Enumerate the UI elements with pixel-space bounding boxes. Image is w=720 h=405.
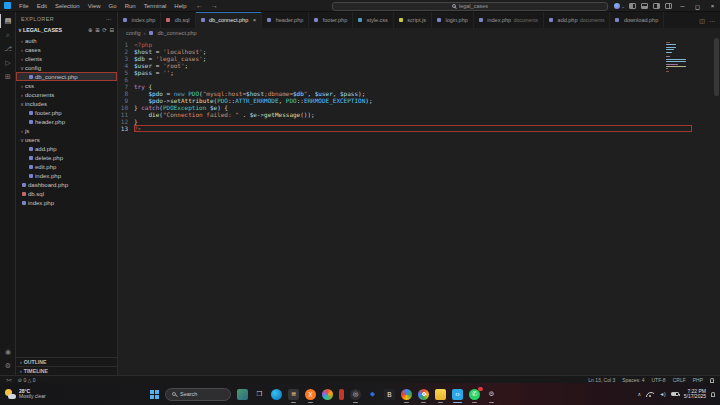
tree-folder-css[interactable]: ›css [16, 81, 117, 90]
taskbar-widgets-sports-icon[interactable] [237, 389, 248, 400]
extensions-icon[interactable]: ⊞ [0, 70, 15, 84]
code-line-2[interactable]: 2$host = 'localhost'; [118, 48, 692, 55]
explorer-icon[interactable]: ▤ [0, 14, 15, 28]
explorer-more-actions-icon[interactable]: ⋯ [106, 16, 112, 22]
code-line-8[interactable]: 8 $pdo = new PDO("mysql:host=$host;dbnam… [118, 90, 692, 97]
customize-layout-icon[interactable] [665, 3, 672, 9]
command-center-search[interactable]: legal_cases [332, 2, 608, 11]
menu-go[interactable]: Go [105, 3, 121, 9]
tray-chevron-icon[interactable]: ∧ [637, 391, 641, 397]
breadcrumb[interactable]: config › db_connect.php [118, 28, 720, 38]
taskbar-obs-studio-icon[interactable]: ◎ [350, 389, 361, 400]
tree-file-dashboard-php[interactable]: dashboard.php [16, 180, 117, 189]
menu-selection[interactable]: Selection [51, 3, 84, 9]
search-icon[interactable]: ⌕ [0, 28, 15, 42]
scrollbar-thumb[interactable] [714, 38, 719, 96]
menu-edit[interactable]: Edit [33, 3, 51, 9]
split-editor-icon[interactable]: ◫ [699, 17, 705, 24]
tab-db-sql[interactable]: db.sql [161, 12, 195, 28]
new-folder-icon[interactable]: ⊞ [95, 27, 100, 33]
tab-index-php[interactable]: index.phpdocuments [474, 12, 544, 28]
code-editor[interactable]: 1<?php2$host = 'localhost';3$db = 'legal… [118, 38, 720, 375]
start-button[interactable] [150, 390, 159, 399]
tree-folder-clients[interactable]: ›clients [16, 54, 117, 63]
code-line-7[interactable]: 7try { [118, 83, 692, 90]
tree-folder-auth[interactable]: ›auth [16, 36, 117, 45]
code-line-9[interactable]: 9 $pdo->setAttribute(PDO::ATTR_ERRMODE, … [118, 97, 692, 104]
tree-folder-users[interactable]: ∨users [16, 135, 117, 144]
code-line-11[interactable]: 11 die("Connection failed: " . $e->getMe… [118, 111, 692, 118]
close-button[interactable]: × [705, 0, 720, 12]
status-php[interactable]: PHP [693, 377, 703, 383]
breadcrumb-file[interactable]: db_connect.php [158, 30, 197, 36]
status-spaces[interactable]: Spaces: 4 [622, 377, 644, 383]
menu-view[interactable]: View [84, 3, 105, 9]
taskbar-google-app-icon[interactable] [401, 389, 412, 400]
taskbar-whatsapp-icon[interactable]: ✆ [469, 389, 480, 400]
battery-icon[interactable] [671, 392, 679, 397]
remote-indicator[interactable]: >< [6, 377, 12, 383]
menu-terminal[interactable]: Terminal [140, 3, 171, 9]
account-icon[interactable]: ◉ [0, 345, 15, 359]
tab-login-php[interactable]: login.php [432, 12, 474, 28]
new-file-icon[interactable]: ⊕ [88, 27, 93, 33]
code-line-13[interactable]: 13?> [118, 125, 692, 132]
taskbar-chrome-icon[interactable] [418, 389, 429, 400]
code-line-10[interactable]: 10} catch(PDOException $e) { [118, 104, 692, 111]
tab-style-css[interactable]: style.css [353, 12, 394, 28]
close-icon[interactable]: × [253, 17, 257, 23]
tree-file-header-php[interactable]: header.php [16, 117, 117, 126]
tree-folder-cases[interactable]: ›cases [16, 45, 117, 54]
menu-run[interactable]: Run [121, 3, 140, 9]
settings-icon[interactable]: ⚙ [0, 359, 15, 373]
menu-file[interactable]: File [15, 3, 33, 9]
taskbar-edge-browser-icon[interactable] [271, 389, 282, 400]
code-line-12[interactable]: 12} [118, 118, 692, 125]
copilot-menu[interactable]: ⌄ [614, 3, 625, 9]
code-line-5[interactable]: 5$pass = ''; [118, 69, 692, 76]
tab-add-php[interactable]: add.phpdocuments [544, 12, 610, 28]
tab-script-js[interactable]: script.js [394, 12, 432, 28]
toggle-panel-icon[interactable] [641, 3, 648, 9]
section-outline[interactable]: ›OUTLINE [16, 357, 117, 366]
clock[interactable]: 7:22 PM 5/17/2025 [684, 389, 706, 400]
toggle-sidebar-icon[interactable] [629, 3, 636, 9]
code-line-1[interactable]: 1<?php [118, 41, 692, 48]
status-utf-8[interactable]: UTF-8 [651, 377, 665, 383]
history-back-button[interactable]: ← [196, 2, 203, 9]
tab-footer-php[interactable]: footer.php [309, 12, 353, 28]
notifications-bell-icon[interactable] [711, 392, 715, 396]
toggle-secondary-sidebar-icon[interactable] [653, 3, 660, 9]
tree-file-delete-php[interactable]: delete.php [16, 153, 117, 162]
history-forward-button[interactable]: → [211, 2, 218, 9]
refresh-icon[interactable]: ⟳ [102, 27, 107, 33]
tree-file-edit-php[interactable]: edit.php [16, 162, 117, 171]
more-actions-icon[interactable]: ⋯ [709, 17, 715, 24]
minimap[interactable] [666, 42, 686, 73]
status-ln[interactable]: Ln 13, Col 3 [588, 377, 615, 383]
wifi-icon[interactable] [646, 392, 654, 397]
weather-widget[interactable]: 28°C Mostly clear [0, 389, 148, 400]
taskbar-file-explorer-icon[interactable] [435, 389, 446, 400]
tree-folder-includes[interactable]: ∨includes [16, 99, 117, 108]
taskbar-media-app-icon[interactable]: B [384, 389, 395, 400]
tab-download-php[interactable]: download.php [610, 12, 664, 28]
taskbar-blue-diamond-app-icon[interactable]: ◆ [367, 389, 378, 400]
status-crlf[interactable]: CRLF [673, 377, 686, 383]
minimize-button[interactable]: ─ [675, 0, 690, 12]
tree-file-add-php[interactable]: add.php [16, 144, 117, 153]
breadcrumb-folder[interactable]: config [126, 30, 141, 36]
notifications-bell-icon[interactable] [710, 378, 714, 382]
workspace-root-row[interactable]: ∨ LEGAL_CASES ⊕⊞⟳⊟ [16, 25, 117, 35]
volume-icon[interactable]: ◄) [659, 391, 666, 397]
tab-db_connect-php[interactable]: db_connect.php× [196, 12, 263, 28]
taskbar-task-view-icon[interactable]: ❐ [254, 389, 265, 400]
tree-file-index-php[interactable]: index.php [16, 198, 117, 207]
code-line-4[interactable]: 4$user = 'root'; [118, 62, 692, 69]
section-timeline[interactable]: ›TIMELINE [16, 366, 117, 375]
taskbar-vscode-icon[interactable]: ‹› [452, 389, 463, 400]
run-debug-icon[interactable]: ▷ [0, 56, 15, 70]
tree-file-index-php[interactable]: index.php [16, 171, 117, 180]
taskbar-search[interactable]: Search [165, 388, 231, 401]
tab-header-php[interactable]: header.php [262, 12, 309, 28]
